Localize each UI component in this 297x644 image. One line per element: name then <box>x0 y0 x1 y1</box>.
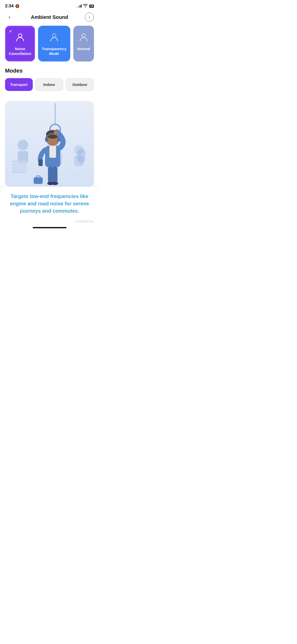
battery-icon: 74 <box>89 5 94 8</box>
normal-mode-card[interactable]: Normal <box>73 26 94 61</box>
svg-point-3 <box>18 140 28 150</box>
back-button[interactable]: ‹ <box>5 13 14 22</box>
wifi-icon <box>83 4 88 8</box>
svg-point-12 <box>80 148 83 152</box>
ambient-sound-cards: ✓ Noise Cancellation Transparency Mode N… <box>0 26 99 68</box>
svg-rect-22 <box>49 146 56 157</box>
page-title: Ambient Sound <box>31 14 68 20</box>
selected-check-icon: ✓ <box>9 29 12 34</box>
signal-strength-icon <box>77 5 82 8</box>
svg-rect-24 <box>38 159 43 166</box>
transport-illustration-svg <box>5 101 94 187</box>
transparency-mode-card[interactable]: Transparency Mode <box>38 26 70 61</box>
status-icons: 74 <box>77 4 94 8</box>
mode-buttons-group: Transport Indoor Outdoor <box>5 78 94 91</box>
modes-section: Modes Transport Indoor Outdoor <box>0 68 99 91</box>
svg-rect-19 <box>45 137 48 142</box>
home-indicator-bar <box>33 227 67 228</box>
svg-point-1 <box>52 34 56 37</box>
noise-cancellation-card[interactable]: ✓ Noise Cancellation <box>5 26 35 61</box>
svg-rect-5 <box>12 160 26 163</box>
svg-point-2 <box>82 34 85 37</box>
mode-illustration <box>5 101 94 187</box>
status-bar: 2:34 🔕 74 <box>0 0 99 10</box>
app-logo: SOUNDBUDS <box>0 220 99 224</box>
svg-point-23 <box>54 130 58 135</box>
info-icon: i <box>89 15 90 19</box>
svg-rect-30 <box>36 176 40 178</box>
normal-icon <box>78 31 90 44</box>
transparency-mode-label: Transparency Mode <box>42 47 67 56</box>
noise-cancellation-label: Noise Cancellation <box>9 47 31 56</box>
normal-mode-label: Normal <box>77 47 90 51</box>
svg-point-28 <box>52 182 58 185</box>
page-header: ‹ Ambient Sound i <box>0 10 99 26</box>
svg-point-0 <box>18 34 22 37</box>
noise-cancellation-icon <box>14 31 26 44</box>
back-chevron-icon: ‹ <box>9 14 10 20</box>
svg-rect-7 <box>13 164 26 172</box>
svg-rect-26 <box>52 166 57 183</box>
description-text: Targets low-end frequencies like engine … <box>7 193 92 215</box>
time-display: 2:34 <box>5 4 14 9</box>
description-box: Targets low-end frequencies like engine … <box>0 187 99 220</box>
indoor-mode-button[interactable]: Indoor <box>35 78 63 91</box>
status-time: 2:34 🔕 <box>5 4 19 9</box>
transport-mode-button[interactable]: Transport <box>5 78 33 91</box>
transparency-icon <box>48 31 60 44</box>
modes-section-title: Modes <box>5 68 94 74</box>
outdoor-mode-button[interactable]: Outdoor <box>66 78 94 91</box>
mute-icon: 🔕 <box>15 4 19 8</box>
home-indicator-area <box>0 224 99 230</box>
info-button[interactable]: i <box>85 13 94 22</box>
battery-level: 74 <box>90 5 93 8</box>
